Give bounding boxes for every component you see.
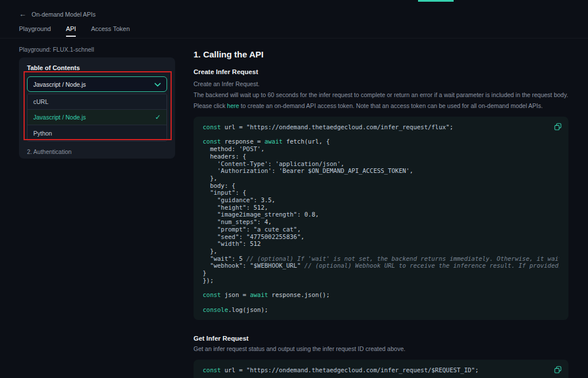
create-infer-request-title: Create Infer Request <box>194 68 568 75</box>
toc-title: Table of Contents <box>27 64 167 71</box>
main-content: 1. Calling the API Create Infer Request … <box>194 46 568 378</box>
table-of-contents-card: Table of Contents Javascript / Node.js c… <box>19 57 175 159</box>
copy-icon <box>554 367 562 375</box>
option-label: cURL <box>33 98 48 105</box>
toc-item-authentication[interactable]: 2. Authentication <box>27 148 167 155</box>
back-arrow-icon[interactable]: ← <box>19 10 26 18</box>
tab-access-token[interactable]: Access Token <box>91 25 130 37</box>
create-paragraph-1: Create an Infer Request. <box>194 80 568 88</box>
copy-icon <box>554 124 562 132</box>
language-options-list: cURL Javascript / Node.js ✓ Python <box>27 94 167 141</box>
copy-code-button[interactable] <box>552 364 563 375</box>
top-accent-indicator <box>418 0 454 2</box>
language-dropdown-value: Javascript / Node.js <box>33 81 86 88</box>
chevron-down-icon <box>154 81 161 88</box>
access-token-link[interactable]: here <box>227 102 239 109</box>
breadcrumb: ← On-demand Model APIs <box>19 10 95 18</box>
option-javascript-nodejs[interactable]: Javascript / Node.js ✓ <box>28 110 167 125</box>
copy-code-button[interactable] <box>552 121 563 132</box>
section-title: 1. Calling the API <box>194 49 568 59</box>
header: ← On-demand Model APIs Playground API Ac… <box>0 0 588 38</box>
option-curl[interactable]: cURL <box>28 94 167 110</box>
tab-playground[interactable]: Playground <box>19 25 51 37</box>
p3-text-before: Please click <box>194 102 227 109</box>
tab-bar: Playground API Access Token <box>19 25 130 37</box>
code-content: const url = "https://ondemand.thetaedgec… <box>203 124 559 313</box>
get-infer-request-title: Get Infer Request <box>194 335 568 342</box>
option-label: Javascript / Node.js <box>33 114 86 121</box>
get-infer-code-block: const url = "https://ondemand.thetaedgec… <box>194 360 568 378</box>
tab-api[interactable]: API <box>66 25 76 37</box>
option-label: Python <box>33 130 52 137</box>
p3-text-after: to create an on-demand API access token.… <box>239 102 543 109</box>
option-python[interactable]: Python <box>28 125 167 141</box>
back-label[interactable]: On-demand Model APIs <box>32 11 95 18</box>
code-content: const url = "https://ondemand.thetaedgec… <box>203 367 559 374</box>
language-dropdown[interactable]: Javascript / Node.js <box>27 76 167 92</box>
check-icon: ✓ <box>155 113 161 121</box>
create-paragraph-3: Please click here to create an on-demand… <box>194 102 568 110</box>
create-paragraph-2: The backend will wait up to 60 seconds f… <box>194 91 568 99</box>
playground-model-label: Playground: FLUX.1-schnell <box>19 46 94 53</box>
create-infer-code-block: const url = "https://ondemand.thetaedgec… <box>194 117 568 320</box>
get-paragraph-1: Get an infer request status and output u… <box>194 345 568 353</box>
